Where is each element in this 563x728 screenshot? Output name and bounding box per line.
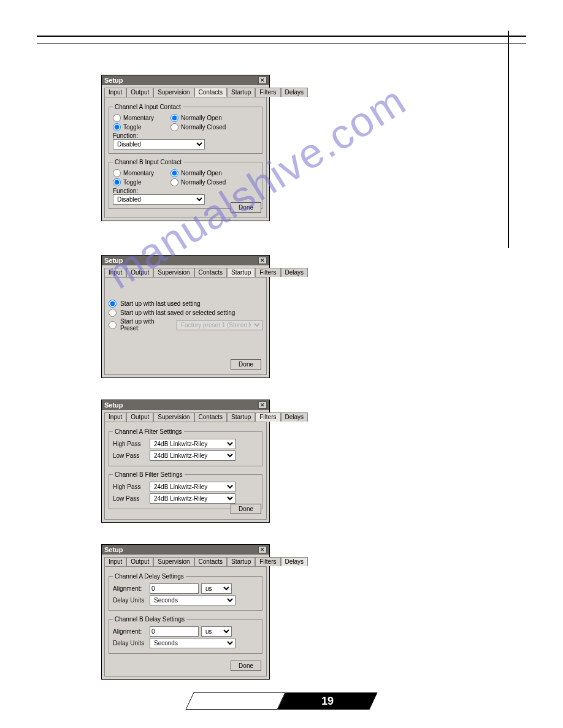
dialog-filters: Setup ✕ Input Output Supervision Contact… [101, 400, 270, 523]
tab-startup[interactable]: Startup [227, 268, 255, 277]
tab-input[interactable]: Input [104, 268, 126, 277]
tab-filters[interactable]: Filters [255, 268, 280, 277]
function-label-b: Function: [113, 188, 258, 194]
done-button[interactable]: Done [231, 359, 261, 370]
done-button[interactable]: Done [231, 661, 261, 671]
low-pass-select-a[interactable]: 24dB Linkwitz-Riley [150, 450, 236, 461]
tab-delays[interactable]: Delays [281, 88, 308, 97]
tab-body: Channel A Filter Settings High Pass24dB … [104, 422, 267, 520]
close-icon[interactable]: ✕ [258, 546, 267, 553]
tab-filters[interactable]: Filters [255, 557, 280, 566]
delay-units-label: Delay Units [113, 640, 147, 646]
tab-delays[interactable]: Delays [281, 268, 308, 277]
dialog-title: Setup [104, 546, 123, 553]
tab-output[interactable]: Output [126, 412, 153, 422]
group-channel-b-delay: Channel B Delay Settings Alignment: us D… [109, 616, 262, 654]
top-rule-1 [37, 36, 526, 37]
tab-startup[interactable]: Startup [227, 88, 255, 97]
close-icon[interactable]: ✕ [258, 401, 267, 409]
alignment-label: Alignment: [113, 585, 147, 592]
group-channel-b-contact: Channel B Input Contact Momentary Normal… [109, 159, 262, 209]
group-channel-a-delay: Channel A Delay Settings Alignment: us D… [109, 573, 262, 611]
alignment-unit-select-a[interactable]: us [201, 583, 232, 594]
legend-a: Channel A Input Contact [113, 104, 183, 110]
right-rule [508, 31, 509, 248]
tab-filters[interactable]: Filters [255, 88, 280, 97]
radio-momentary-a[interactable] [113, 114, 121, 122]
high-pass-select-a[interactable]: 24dB Linkwitz-Riley [150, 439, 236, 449]
titlebar: Setup ✕ [102, 75, 269, 85]
delay-units-select-a[interactable]: Seconds [150, 595, 236, 605]
titlebar: Setup ✕ [102, 400, 269, 410]
close-icon[interactable]: ✕ [258, 257, 267, 264]
radio-open-b[interactable] [170, 169, 178, 177]
tab-startup[interactable]: Startup [227, 412, 255, 422]
tab-output[interactable]: Output [126, 268, 153, 277]
alignment-unit-select-b[interactable]: us [201, 626, 232, 637]
tab-startup[interactable]: Startup [227, 557, 255, 566]
tab-contacts[interactable]: Contacts [194, 557, 227, 566]
radio-last-saved[interactable] [109, 309, 117, 317]
label-last-saved: Start up with last saved or selected set… [120, 309, 235, 316]
label-momentary: Momentary [123, 170, 154, 176]
label-open: Normally Open [181, 170, 222, 176]
done-button[interactable]: Done [231, 202, 261, 213]
alignment-input-a[interactable] [150, 583, 199, 594]
label-momentary: Momentary [123, 115, 154, 121]
top-rule-2 [37, 43, 526, 44]
function-select-a[interactable]: Disabled [113, 139, 205, 150]
tab-output[interactable]: Output [126, 88, 153, 97]
radio-toggle-b[interactable] [113, 178, 121, 186]
group-channel-a-contact: Channel A Input Contact Momentary Normal… [109, 104, 262, 154]
tab-input[interactable]: Input [104, 412, 126, 422]
tab-delays[interactable]: Delays [281, 557, 308, 566]
radio-open-a[interactable] [170, 114, 178, 122]
low-pass-select-b[interactable]: 24dB Linkwitz-Riley [150, 493, 236, 504]
tab-filters[interactable]: Filters [255, 412, 280, 422]
low-pass-label: Low Pass [113, 452, 147, 459]
tab-input[interactable]: Input [104, 557, 126, 566]
tab-supervision[interactable]: Supervision [153, 412, 194, 422]
label-toggle: Toggle [123, 124, 141, 131]
tab-contacts[interactable]: Contacts [194, 412, 227, 422]
high-pass-label: High Pass [113, 441, 147, 447]
radio-preset[interactable] [109, 321, 117, 329]
page-number-left-shape [185, 692, 285, 710]
legend-b: Channel B Delay Settings [113, 616, 186, 623]
done-button[interactable]: Done [231, 504, 261, 514]
alignment-input-b[interactable] [150, 626, 199, 637]
tab-delays[interactable]: Delays [281, 412, 308, 422]
tab-supervision[interactable]: Supervision [153, 557, 194, 566]
tab-input[interactable]: Input [104, 88, 126, 97]
function-select-b[interactable]: Disabled [113, 194, 205, 205]
label-toggle: Toggle [123, 179, 141, 186]
preset-select: Factory preset 1 (Stereo Mode) [177, 320, 262, 330]
page-number-right-shape: 19 [277, 692, 377, 710]
tab-body: Start up with last used setting Start up… [104, 277, 267, 375]
delay-units-select-b[interactable]: Seconds [150, 638, 236, 648]
page-number: 19 [321, 692, 334, 710]
tab-contacts[interactable]: Contacts [194, 268, 227, 277]
titlebar: Setup ✕ [102, 545, 269, 555]
tab-row: Input Output Supervision Contacts Startu… [102, 410, 269, 422]
delay-units-label: Delay Units [113, 597, 147, 604]
tab-row: Input Output Supervision Contacts Startu… [102, 85, 269, 97]
radio-closed-b[interactable] [170, 178, 178, 186]
tab-supervision[interactable]: Supervision [153, 88, 194, 97]
radio-momentary-b[interactable] [113, 169, 121, 177]
tab-supervision[interactable]: Supervision [153, 268, 194, 277]
group-channel-a-filter: Channel A Filter Settings High Pass24dB … [109, 428, 262, 466]
dialog-startup: Setup ✕ Input Output Supervision Contact… [101, 255, 270, 378]
close-icon[interactable]: ✕ [258, 77, 267, 84]
tab-contacts[interactable]: Contacts [194, 88, 227, 97]
radio-last-used[interactable] [109, 300, 117, 308]
high-pass-select-b[interactable]: 24dB Linkwitz-Riley [150, 482, 236, 492]
function-label-a: Function: [113, 132, 258, 139]
dialog-title: Setup [104, 257, 123, 264]
tab-row: Input Output Supervision Contacts Startu… [102, 265, 269, 277]
alignment-label: Alignment: [113, 628, 147, 635]
page-number-wrap: 19 [190, 692, 373, 710]
radio-closed-a[interactable] [170, 123, 178, 131]
radio-toggle-a[interactable] [113, 123, 121, 131]
tab-output[interactable]: Output [126, 557, 153, 566]
